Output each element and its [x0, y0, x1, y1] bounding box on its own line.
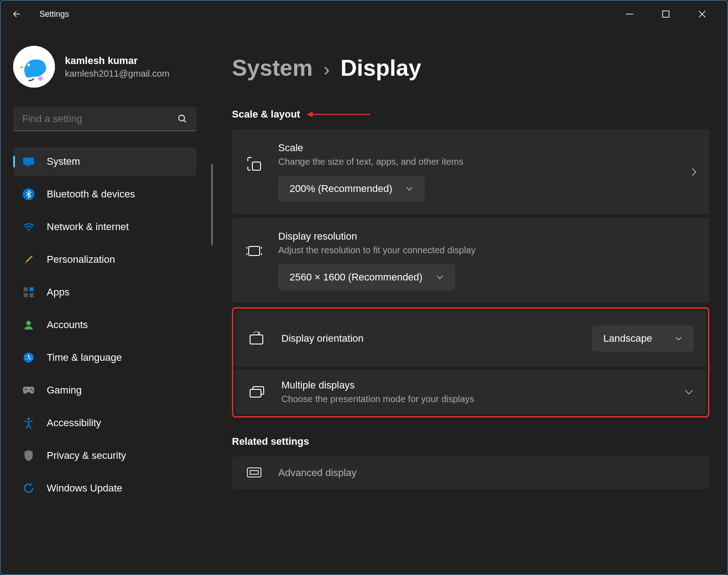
- window-controls: [620, 5, 720, 23]
- update-icon: [22, 482, 35, 495]
- window-title: Settings: [39, 10, 69, 19]
- card-body: Multiple displays Choose the presentatio…: [281, 379, 670, 404]
- svg-rect-10: [26, 165, 31, 166]
- scale-dropdown[interactable]: 200% (Recommended): [278, 176, 424, 201]
- resolution-dropdown[interactable]: 2560 × 1600 (Recommended): [278, 265, 455, 290]
- profile-name: kamlesh kumar: [65, 55, 169, 67]
- nav-label: Windows Update: [47, 482, 122, 494]
- section-scale-layout: Scale & layout: [232, 108, 709, 120]
- section-related: Related settings: [232, 436, 709, 447]
- apps-icon: [22, 286, 35, 299]
- sidebar: kamlesh kumar kamlesh2011@gmail.com Syst…: [0, 28, 209, 575]
- chevron-right-icon: [691, 167, 697, 177]
- card-resolution[interactable]: Display resolution Adjust the resolution…: [232, 218, 709, 303]
- orientation-dropdown[interactable]: Landscape: [592, 326, 694, 351]
- nav-item-gaming[interactable]: Gaming: [13, 376, 197, 404]
- nav-item-network[interactable]: Network & internet: [13, 213, 197, 241]
- nav: System Bluetooth & devices Network & int…: [13, 147, 197, 502]
- svg-point-7: [179, 115, 185, 121]
- chevron-right-icon: ›: [324, 59, 330, 80]
- card-subtitle: Change the size of text, apps, and other…: [278, 157, 677, 167]
- svg-rect-16: [30, 293, 34, 297]
- nav-item-bluetooth[interactable]: Bluetooth & devices: [13, 180, 197, 208]
- card-scale[interactable]: Scale Change the size of text, apps, and…: [232, 129, 709, 214]
- card-title: Scale: [278, 142, 677, 154]
- chevron-down-icon: [406, 187, 413, 191]
- card-body: Display resolution Adjust the resolution…: [278, 231, 697, 290]
- nav-item-system[interactable]: System: [13, 147, 197, 176]
- svg-point-6: [38, 76, 43, 81]
- nav-label: System: [47, 156, 80, 167]
- gamepad-icon: [22, 384, 35, 397]
- nav-item-apps[interactable]: Apps: [13, 278, 197, 306]
- card-expand[interactable]: [684, 389, 694, 395]
- titlebar: Settings: [0, 0, 728, 28]
- breadcrumb: System › Display: [232, 55, 709, 81]
- profile-email: kamlesh2011@gmail.com: [65, 69, 169, 79]
- profile[interactable]: kamlesh kumar kamlesh2011@gmail.com: [13, 46, 197, 88]
- dropdown-value: 2560 × 1600 (Recommended): [290, 271, 423, 283]
- svg-line-8: [184, 120, 186, 122]
- svg-point-17: [26, 321, 31, 325]
- accessibility-icon: [22, 417, 35, 429]
- card-subtitle: Choose the presentation mode for your di…: [281, 394, 670, 404]
- nav-label: Privacy & security: [47, 450, 126, 462]
- card-title: Multiple displays: [281, 379, 670, 391]
- shield-icon: [22, 449, 35, 462]
- svg-rect-1: [663, 11, 669, 17]
- svg-rect-14: [30, 287, 34, 291]
- breadcrumb-parent[interactable]: System: [232, 55, 313, 81]
- search-input[interactable]: [22, 113, 177, 125]
- nav-item-accounts[interactable]: Accounts: [13, 311, 197, 339]
- svg-rect-9: [23, 157, 34, 165]
- minimize-icon: [626, 10, 633, 18]
- annotation-highlight-box: Display orientation Landscape Multiple d…: [232, 307, 709, 418]
- svg-rect-28: [247, 468, 261, 477]
- svg-rect-27: [250, 389, 261, 397]
- arrow-left-icon: [11, 9, 22, 20]
- nav-label: Personalization: [47, 254, 115, 265]
- section-title-text: Related settings: [232, 436, 309, 447]
- nav-item-time-language[interactable]: Time & language: [13, 344, 197, 372]
- search-box[interactable]: [13, 107, 197, 131]
- svg-point-5: [27, 64, 30, 66]
- card-body: Scale Change the size of text, apps, and…: [278, 142, 677, 201]
- card-multiple-displays[interactable]: Multiple displays Choose the presentatio…: [235, 369, 706, 414]
- svg-rect-24: [249, 246, 260, 256]
- nav-item-windows-update[interactable]: Windows Update: [13, 474, 197, 502]
- card-title: Display resolution: [278, 231, 697, 242]
- card-body: Advanced display: [278, 467, 697, 479]
- search-icon: [177, 114, 187, 124]
- svg-point-21: [27, 418, 30, 420]
- svg-point-20: [32, 390, 34, 392]
- chevron-down-icon: [675, 336, 682, 341]
- maximize-button[interactable]: [657, 5, 675, 23]
- orientation-icon: [248, 331, 267, 346]
- dropdown-value: 200% (Recommended): [290, 183, 392, 195]
- bluetooth-icon: [22, 188, 35, 201]
- section-title-text: Scale & layout: [232, 108, 300, 120]
- card-title: Advanced display: [278, 467, 697, 479]
- advanced-display-icon: [245, 467, 264, 479]
- display-icon: [22, 155, 35, 168]
- card-title: Display orientation: [281, 333, 577, 344]
- minimize-button[interactable]: [620, 5, 639, 23]
- avatar: [13, 46, 55, 88]
- wifi-icon: [22, 221, 35, 233]
- dropdown-value: Landscape: [603, 333, 652, 344]
- card-expand[interactable]: [691, 167, 697, 177]
- back-button[interactable]: [8, 5, 26, 23]
- nav-item-privacy[interactable]: Privacy & security: [13, 442, 197, 470]
- chevron-down-icon: [684, 389, 694, 395]
- svg-rect-23: [252, 162, 261, 170]
- scrollbar[interactable]: [211, 164, 213, 246]
- person-icon: [22, 319, 35, 331]
- card-advanced-display[interactable]: Advanced display: [232, 457, 709, 489]
- svg-rect-25: [250, 335, 263, 344]
- clock-globe-icon: [22, 351, 35, 364]
- nav-item-accessibility[interactable]: Accessibility: [13, 409, 197, 437]
- svg-point-12: [28, 231, 30, 232]
- card-orientation[interactable]: Display orientation Landscape: [235, 310, 706, 367]
- close-button[interactable]: [693, 5, 711, 23]
- nav-item-personalization[interactable]: Personalization: [13, 246, 197, 274]
